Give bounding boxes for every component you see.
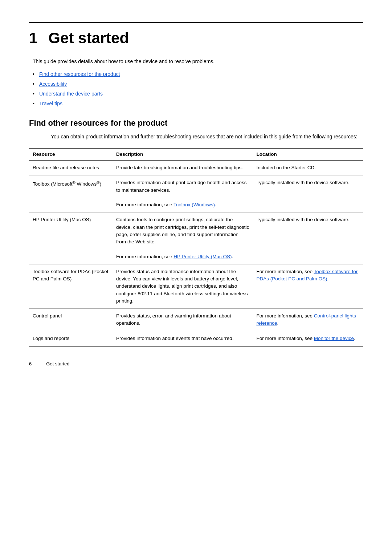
location-cell: Included on the Starter CD. <box>253 160 363 175</box>
location-cell: For more information, see Control-panel … <box>253 309 363 331</box>
table-row: Logs and reports Provides information ab… <box>29 331 363 346</box>
chapter-title: 1 Get started <box>29 29 363 47</box>
chapter-header: 1 Get started <box>29 22 363 47</box>
table-row: HP Printer Utility (Mac OS) Contains too… <box>29 212 363 264</box>
description-text: Provides status, error, and warning info… <box>116 313 231 326</box>
footer: 6 Get started <box>29 361 363 366</box>
section1-intro: You can obtain product information and f… <box>51 133 363 141</box>
description-cell: Provides status, error, and warning info… <box>113 309 253 331</box>
description-text: Provides status and maintenance informat… <box>116 269 248 304</box>
location-cell: For more information, see Monitor the de… <box>253 331 363 346</box>
control-panel-link[interactable]: Control-panel lights reference <box>256 313 356 326</box>
toc-item-1: Find other resources for the product <box>33 70 363 78</box>
description-cell: Provides information about print cartrid… <box>113 175 253 212</box>
resource-cell: HP Printer Utility (Mac OS) <box>29 212 113 264</box>
section1-title: Find other resources for the product <box>29 118 363 128</box>
location-text: Typically installed with the device soft… <box>256 180 350 185</box>
resource-name: Readme file and release notes <box>33 165 99 170</box>
toc-link-2[interactable]: Accessibility <box>39 81 67 87</box>
col-header-resource: Resource <box>29 148 113 160</box>
description-text: Provides information about print cartrid… <box>116 180 246 207</box>
toc-link-3[interactable]: Understand the device parts <box>39 91 103 97</box>
description-text: Provide late-breaking information and tr… <box>116 165 243 170</box>
col-header-description: Description <box>113 148 253 160</box>
table-row: Control panel Provides status, error, an… <box>29 309 363 331</box>
resources-table: Resource Description Location Readme fil… <box>29 148 363 347</box>
toc-item-4: Travel tips <box>33 100 363 108</box>
resource-name: Control panel <box>33 313 62 319</box>
hp-printer-utility-link[interactable]: HP Printer Utility (Mac OS) <box>173 254 232 259</box>
chapter-title-text: Get started <box>48 29 129 47</box>
location-text: For more information, see Monitor the de… <box>256 336 355 341</box>
location-text: Included on the Starter CD. <box>256 165 316 170</box>
resource-cell: Logs and reports <box>29 331 113 346</box>
toc-item-3: Understand the device parts <box>33 90 363 98</box>
description-text: Contains tools to configure print settin… <box>116 217 249 259</box>
toolbox-pda-link[interactable]: Toolbox software for PDAs (Pocket PC and… <box>256 269 358 281</box>
description-cell: Provide late-breaking information and tr… <box>113 160 253 175</box>
location-text: For more information, see Control-panel … <box>256 313 356 326</box>
table-header-row: Resource Description Location <box>29 148 363 160</box>
toolbox-windows-link[interactable]: Toolbox (Windows) <box>173 202 215 207</box>
table-row: Readme file and release notes Provide la… <box>29 160 363 175</box>
footer-section-label: Get started <box>46 361 69 366</box>
monitor-device-link[interactable]: Monitor the device <box>314 336 354 341</box>
toc-list: Find other resources for the product Acc… <box>33 70 363 108</box>
resource-name: HP Printer Utility (Mac OS) <box>33 217 91 222</box>
resource-cell: Toolbox software for PDAs (Pocket PC and… <box>29 264 113 308</box>
description-cell: Provides status and maintenance informat… <box>113 264 253 308</box>
resource-cell: Readme file and release notes <box>29 160 113 175</box>
table-row: Toolbox (Microsoft® Windows®) Provides i… <box>29 175 363 212</box>
resource-name: Toolbox (Microsoft® Windows®) <box>33 181 101 187</box>
location-cell: For more information, see Toolbox softwa… <box>253 264 363 308</box>
location-text: Typically installed with the device soft… <box>256 217 350 222</box>
description-cell: Contains tools to configure print settin… <box>113 212 253 264</box>
toc-link-4[interactable]: Travel tips <box>39 101 62 106</box>
intro-paragraph: This guide provides details about how to… <box>33 58 363 65</box>
footer-page-number: 6 <box>29 361 32 366</box>
chapter-number: 1 <box>29 29 37 47</box>
col-header-location: Location <box>253 148 363 160</box>
toc-item-2: Accessibility <box>33 80 363 88</box>
resource-name: Toolbox software for PDAs (Pocket PC and… <box>33 269 109 281</box>
location-cell: Typically installed with the device soft… <box>253 175 363 212</box>
table-row: Toolbox software for PDAs (Pocket PC and… <box>29 264 363 308</box>
description-cell: Provides information about events that h… <box>113 331 253 346</box>
location-text: For more information, see Toolbox softwa… <box>256 269 358 281</box>
description-text: Provides information about events that h… <box>116 336 233 341</box>
resource-name: Logs and reports <box>33 336 69 341</box>
location-cell: Typically installed with the device soft… <box>253 212 363 264</box>
toc-link-1[interactable]: Find other resources for the product <box>39 71 120 77</box>
resource-cell: Control panel <box>29 309 113 331</box>
resource-cell: Toolbox (Microsoft® Windows®) <box>29 175 113 212</box>
